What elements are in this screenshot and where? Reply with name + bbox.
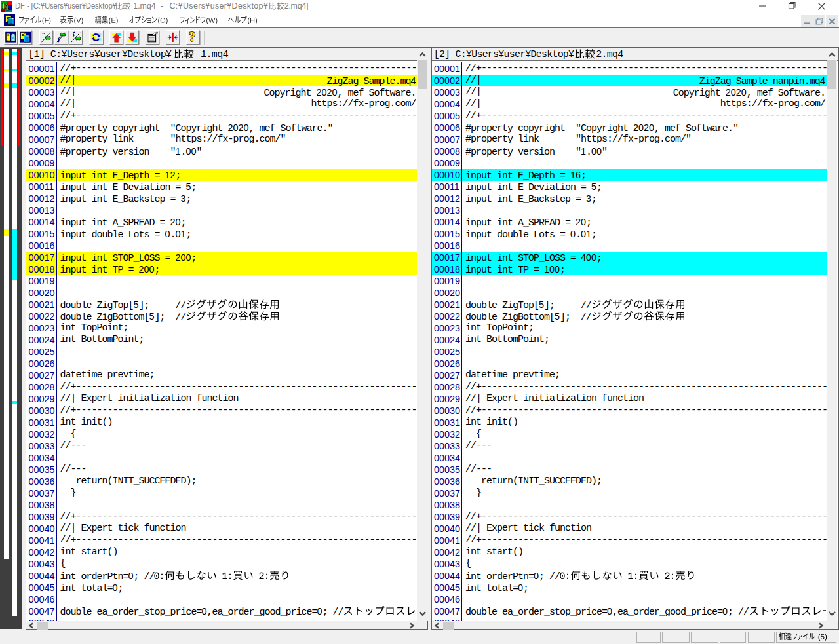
svg-text:F: F	[6, 3, 10, 12]
svg-text:?: ?	[189, 31, 195, 43]
